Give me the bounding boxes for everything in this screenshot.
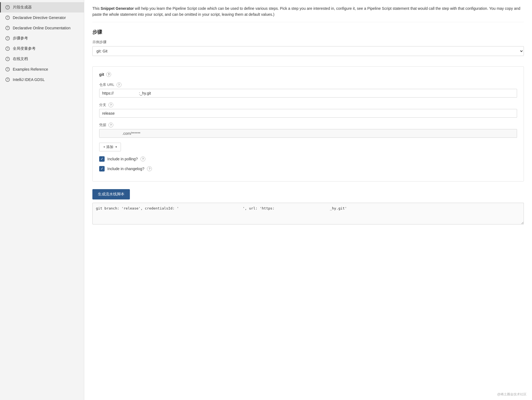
sidebar-item-global-var-reference[interactable]: ? 全局变量参考 <box>0 43 84 54</box>
git-card-title: git ? <box>99 72 517 77</box>
question-circle-icon-2: ? <box>5 15 10 20</box>
generate-button-label: 生成流水线脚本 <box>98 192 124 196</box>
svg-text:?: ? <box>7 47 8 50</box>
sample-step-label: 示例步骤 <box>92 40 107 45</box>
sidebar-item-label: 片段生成器 <box>13 5 32 10</box>
polling-checkbox[interactable]: ✓ <box>99 156 105 162</box>
sidebar-item-declarative-online-doc[interactable]: ? Declarative Online Documentation <box>0 23 84 33</box>
steps-section-title: 步骤 <box>92 29 524 35</box>
repo-url-help-icon[interactable]: ? <box>117 82 121 87</box>
question-circle-icon-3: ? <box>5 26 10 30</box>
repo-url-label: 仓库 URL <box>99 82 114 87</box>
question-circle-icon-6: ? <box>5 57 10 61</box>
sidebar-item-intellij-gdsl[interactable]: ? IntelliJ IDEA GDSL <box>0 74 84 85</box>
branch-input[interactable] <box>99 109 517 118</box>
credentials-label: 凭据 <box>99 123 106 127</box>
pipeline-script-output[interactable]: git branch: 'release', credentialsId: ' … <box>92 203 524 224</box>
question-circle-icon-8: ? <box>5 77 10 82</box>
sample-step-select[interactable]: git: Git <box>92 46 524 56</box>
svg-text:?: ? <box>7 68 8 71</box>
git-form-card: git ? 仓库 URL ? 分支 ? 凭据 ? <box>92 66 524 182</box>
sidebar-item-label: IntelliJ IDEA GDSL <box>13 77 45 82</box>
svg-text:?: ? <box>7 37 8 40</box>
add-button[interactable]: + 添加 ▾ <box>99 143 121 151</box>
sidebar-item-label: 全局变量参考 <box>13 46 36 51</box>
credentials-input[interactable] <box>99 129 517 138</box>
repo-url-group: 仓库 URL ? <box>99 82 517 98</box>
sidebar: ? 片段生成器 ? Declarative Directive Generato… <box>0 0 84 400</box>
sample-step-group: 示例步骤 git: Git <box>92 40 524 61</box>
question-circle-icon: ? <box>5 5 10 10</box>
intro-text-after: will help you learn the Pipeline Script … <box>92 6 520 17</box>
intro-paragraph: This Snippet Generator will help you lea… <box>92 5 524 22</box>
question-circle-icon-4: ? <box>5 36 10 41</box>
git-title-text: git <box>99 72 104 77</box>
main-content: This Snippet Generator will help you lea… <box>84 0 532 400</box>
sidebar-item-online-docs[interactable]: ? 在线文档 <box>0 54 84 64</box>
repo-url-input[interactable] <box>99 89 517 98</box>
polling-checkmark: ✓ <box>101 157 104 161</box>
svg-text:?: ? <box>7 27 8 30</box>
credentials-help-icon[interactable]: ? <box>108 123 113 127</box>
changelog-checkbox[interactable]: ✓ <box>99 166 105 171</box>
credentials-group: 凭据 ? <box>99 123 517 138</box>
question-circle-icon-7: ? <box>5 67 10 72</box>
sidebar-item-steps-reference[interactable]: ? 步骤参考 <box>0 33 84 43</box>
changelog-checkmark: ✓ <box>101 167 104 171</box>
svg-text:?: ? <box>7 78 8 81</box>
changelog-label: Include in changelog? <box>107 167 144 171</box>
caret-icon: ▾ <box>115 145 117 148</box>
sidebar-item-label: Declarative Directive Generator <box>13 15 66 20</box>
intro-text-before: This <box>92 6 101 11</box>
svg-text:?: ? <box>7 6 8 9</box>
sidebar-item-examples-reference[interactable]: ? Examples Reference <box>0 64 84 74</box>
polling-help-icon[interactable]: ? <box>140 157 145 161</box>
branch-help-icon[interactable]: ? <box>108 102 113 107</box>
polling-row: ✓ Include in polling? ? <box>99 156 517 162</box>
add-button-label: + 添加 <box>103 145 113 149</box>
sidebar-item-snippet-generator[interactable]: ? 片段生成器 <box>0 2 84 12</box>
intro-highlight: Snippet Generator <box>101 6 134 11</box>
sidebar-item-label: 在线文档 <box>13 57 28 61</box>
sidebar-item-label: 步骤参考 <box>13 36 28 41</box>
changelog-row: ✓ Include in changelog? ? <box>99 166 517 171</box>
git-help-icon[interactable]: ? <box>106 72 111 77</box>
add-button-group: + 添加 ▾ <box>99 143 517 151</box>
changelog-help-icon[interactable]: ? <box>147 166 152 171</box>
branch-label: 分支 <box>99 102 106 107</box>
sidebar-item-declarative-directive[interactable]: ? Declarative Directive Generator <box>0 12 84 23</box>
generate-button[interactable]: 生成流水线脚本 <box>92 189 130 199</box>
branch-group: 分支 ? <box>99 102 517 118</box>
sidebar-item-label: Examples Reference <box>13 67 48 71</box>
watermark: @稀土圈金技术社区 <box>497 392 527 397</box>
sidebar-item-label: Declarative Online Documentation <box>13 26 70 30</box>
svg-text:?: ? <box>7 58 8 61</box>
svg-text:?: ? <box>7 16 8 19</box>
question-circle-icon-5: ? <box>5 46 10 51</box>
polling-label: Include in polling? <box>107 157 138 161</box>
